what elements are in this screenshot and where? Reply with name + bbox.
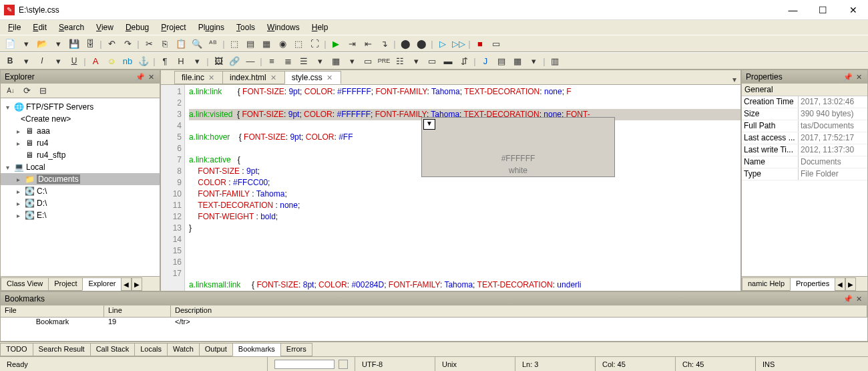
slider-handle[interactable] bbox=[339, 360, 348, 369]
code-content[interactable]: a.link:link { FONT-SIZE: 9pt; COLOR: #FF… bbox=[185, 85, 740, 291]
open-icon[interactable]: 📂 bbox=[35, 36, 49, 51]
pin-icon[interactable]: 📌 bbox=[843, 294, 853, 303]
tab-output[interactable]: Output bbox=[199, 343, 233, 356]
stop-icon[interactable]: ■ bbox=[473, 36, 487, 51]
dropdown-icon[interactable]: ▼ bbox=[423, 119, 435, 130]
save-icon[interactable]: 💾 bbox=[67, 36, 81, 51]
dropdown-icon[interactable]: ▾ bbox=[51, 36, 65, 51]
tool-icon[interactable]: ▤ bbox=[243, 36, 258, 51]
tab-properties[interactable]: Properties bbox=[790, 277, 835, 291]
menu-edit[interactable]: Edit bbox=[27, 21, 52, 33]
tree-ftp-item[interactable]: ▸🖥ru4 bbox=[1, 137, 160, 149]
close-tab-icon[interactable]: ✕ bbox=[270, 74, 276, 82]
close-button[interactable]: ✕ bbox=[838, 0, 868, 19]
step-icon[interactable]: ⇤ bbox=[361, 36, 375, 51]
tab-file-inc[interactable]: file.inc✕ bbox=[174, 71, 223, 84]
tab-style-css[interactable]: style.css✕ bbox=[284, 71, 341, 84]
status-eol[interactable]: Unix bbox=[435, 357, 515, 371]
para-icon[interactable]: ¶ bbox=[158, 53, 172, 68]
prop-row[interactable]: Size390 940 bytes) bbox=[742, 108, 867, 120]
pre-icon[interactable]: PRE bbox=[377, 53, 391, 68]
tree-documents[interactable]: ▸📁Documents bbox=[1, 173, 160, 185]
highlight-icon[interactable]: ☺ bbox=[104, 53, 119, 68]
tab-bookmarks[interactable]: Bookmarks bbox=[232, 343, 281, 356]
dropdown-icon[interactable]: ▾ bbox=[19, 36, 33, 51]
input-icon[interactable]: ▭ bbox=[425, 53, 439, 68]
refresh-icon[interactable]: ⟳ bbox=[19, 84, 34, 98]
menu-plugins[interactable]: Plugins bbox=[193, 21, 230, 33]
paste-icon[interactable]: 📋 bbox=[174, 36, 188, 51]
form-icon[interactable]: ▭ bbox=[361, 53, 375, 68]
nav-left-icon[interactable]: ◀ bbox=[835, 277, 845, 291]
nbsp-icon[interactable]: nb bbox=[120, 53, 135, 68]
close-icon[interactable]: ✕ bbox=[146, 72, 156, 82]
bookmark-row[interactable]: Bookmark 19 </tr> bbox=[1, 318, 867, 328]
fullscreen-icon[interactable]: ⛶ bbox=[307, 36, 322, 51]
tool-icon[interactable]: ⬚ bbox=[227, 36, 242, 51]
image-icon[interactable]: 🖼 bbox=[211, 53, 226, 68]
find-icon[interactable]: 🔍 bbox=[190, 36, 204, 51]
col-line[interactable]: Line bbox=[104, 305, 171, 317]
dropdown-icon[interactable]: ▾ bbox=[409, 53, 423, 68]
dropdown-icon[interactable]: ▾ bbox=[345, 53, 359, 68]
table-icon[interactable]: ▦ bbox=[329, 53, 343, 68]
dropdown-icon[interactable]: ▾ bbox=[190, 53, 204, 68]
dropdown-icon[interactable]: ▾ bbox=[526, 53, 541, 68]
nav-left-icon[interactable]: ◀ bbox=[121, 277, 132, 291]
js-icon[interactable]: J bbox=[478, 53, 493, 68]
align-icon[interactable]: ≣ bbox=[280, 53, 295, 68]
tree-ftp-item[interactable]: ▸🖥aaa bbox=[1, 125, 160, 137]
dropdown-icon[interactable]: ▾ bbox=[312, 53, 327, 68]
tab-locals[interactable]: Locals bbox=[134, 343, 168, 356]
tree-create-new[interactable]: <Create new> bbox=[1, 113, 160, 125]
hr-icon[interactable]: ― bbox=[243, 53, 258, 68]
tab-class-view[interactable]: Class View bbox=[1, 277, 49, 291]
menu-search[interactable]: Search bbox=[53, 21, 89, 33]
prop-row[interactable]: Last access ...2017, 17:52:17 bbox=[742, 132, 867, 144]
nav-right-icon[interactable]: ▶ bbox=[132, 277, 142, 291]
prop-row[interactable]: Creation Time2017, 13:02:46 bbox=[742, 96, 867, 108]
pin-icon[interactable]: 📌 bbox=[843, 72, 853, 82]
list-icon[interactable]: ☷ bbox=[393, 53, 407, 68]
prop-row[interactable]: NameDocuments bbox=[742, 156, 867, 168]
menu-view[interactable]: View bbox=[91, 21, 119, 33]
status-ins[interactable]: INS bbox=[755, 357, 868, 371]
heading-icon[interactable]: H bbox=[174, 53, 188, 68]
dropdown-icon[interactable]: ▾ bbox=[51, 53, 65, 68]
tree-drive[interactable]: ▸💽D:\ bbox=[1, 197, 160, 209]
minimize-button[interactable]: ― bbox=[778, 0, 808, 19]
dropdown-icon[interactable]: ▾ bbox=[19, 53, 33, 68]
menu-windows[interactable]: Windows bbox=[262, 21, 305, 33]
prop-row[interactable]: TypeFile Folder bbox=[742, 168, 867, 180]
menu-project[interactable]: Project bbox=[156, 21, 191, 33]
close-tab-icon[interactable]: ✕ bbox=[208, 74, 214, 82]
redo-icon[interactable]: ↷ bbox=[120, 36, 135, 51]
sort-icon[interactable]: A↓ bbox=[3, 84, 18, 98]
tool-icon[interactable]: ▦ bbox=[510, 53, 525, 68]
align-icon[interactable]: ☰ bbox=[296, 53, 311, 68]
tree-local-root[interactable]: ▾💻Local bbox=[1, 161, 160, 173]
record-icon[interactable]: ⬤ bbox=[414, 36, 429, 51]
col-desc[interactable]: Description bbox=[171, 305, 867, 317]
tab-call-stack[interactable]: Call Stack bbox=[90, 343, 136, 356]
css-icon[interactable]: ▤ bbox=[494, 53, 509, 68]
tab-search-result[interactable]: Search Result bbox=[33, 343, 91, 356]
tab-explorer[interactable]: Explorer bbox=[82, 277, 122, 291]
nav-right-icon[interactable]: ▶ bbox=[845, 277, 856, 291]
bold-icon[interactable]: B bbox=[3, 53, 17, 68]
maximize-button[interactable]: ☐ bbox=[808, 0, 838, 19]
italic-icon[interactable]: I bbox=[35, 53, 49, 68]
tab-dynamic-help[interactable]: namic Help bbox=[742, 277, 791, 291]
menu-tools[interactable]: Tools bbox=[231, 21, 260, 33]
replace-icon[interactable]: ᴬᴮ bbox=[206, 36, 220, 51]
tab-errors[interactable]: Errors bbox=[280, 343, 312, 356]
col-file[interactable]: File bbox=[1, 305, 104, 317]
tab-todo[interactable]: TODO bbox=[0, 343, 33, 356]
step-icon[interactable]: ⇥ bbox=[345, 36, 359, 51]
cut-icon[interactable]: ✂ bbox=[142, 36, 156, 51]
record-icon[interactable]: ⬤ bbox=[398, 36, 413, 51]
copy-icon[interactable]: ⎘ bbox=[158, 36, 172, 51]
close-icon[interactable]: ✕ bbox=[854, 294, 863, 303]
button-icon[interactable]: ▬ bbox=[441, 53, 455, 68]
tree-drive[interactable]: ▸💽C:\ bbox=[1, 185, 160, 197]
